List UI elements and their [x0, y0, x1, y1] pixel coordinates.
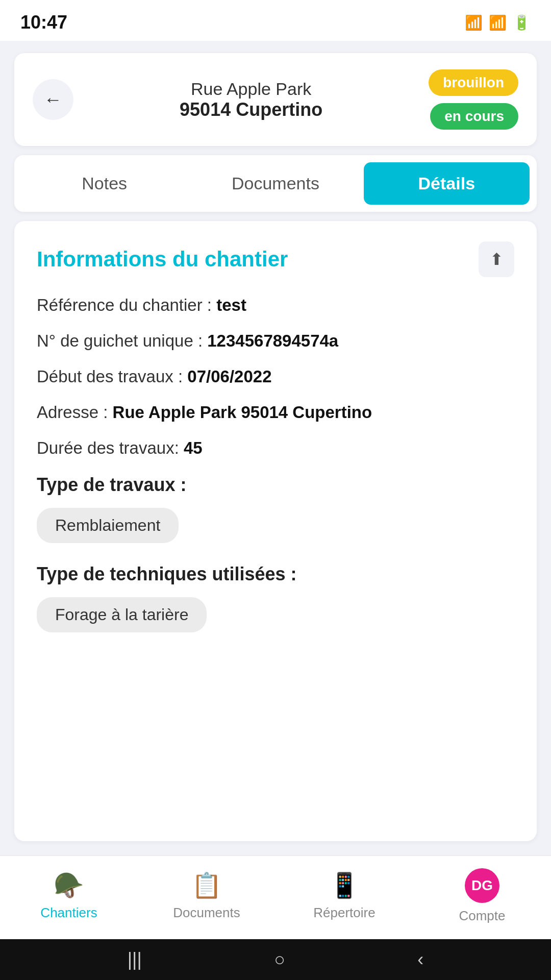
repertoire-label: Répertoire	[313, 905, 375, 921]
documents-label: Documents	[173, 905, 240, 921]
bottom-nav: 🪖 Chantiers 📋 Documents 📱 Répertoire DG …	[0, 855, 551, 939]
tab-bar: Notes Documents Détails	[14, 155, 537, 212]
battery-icon: 🔋	[513, 14, 531, 31]
android-bar: ||| ○ ‹	[0, 939, 551, 980]
tab-notes[interactable]: Notes	[21, 162, 187, 205]
documents-icon: 📋	[191, 871, 222, 900]
adresse-row: Adresse : Rue Apple Park 95014 Cupertino	[37, 403, 514, 422]
badge-en-cours: en cours	[430, 103, 518, 130]
type-techniques-title: Type de techniques utilisées :	[37, 564, 514, 585]
type-techniques-chip-container: Forage à la tarière	[37, 597, 514, 648]
adresse-value: Rue Apple Park 95014 Cupertino	[113, 403, 372, 422]
reference-label: Référence du chantier :	[37, 296, 212, 314]
duree-label: Durée des travaux:	[37, 438, 179, 457]
back-button[interactable]: ←	[33, 79, 73, 120]
reference-row: Référence du chantier : test	[37, 296, 514, 315]
repertoire-icon: 📱	[329, 871, 360, 900]
avatar: DG	[465, 868, 499, 903]
share-button[interactable]: ⬆	[479, 241, 514, 277]
debut-label: Début des travaux :	[37, 367, 183, 386]
chantiers-label: Chantiers	[40, 905, 97, 921]
status-bar: 10:47 📶 📶 🔋	[0, 0, 551, 41]
header-street: Rue Apple Park	[84, 79, 418, 99]
section-header: Informations du chantier ⬆	[37, 241, 514, 277]
guichet-label: N° de guichet unique :	[37, 331, 203, 350]
type-travaux-chip: Remblaiement	[37, 508, 179, 543]
content-card: Informations du chantier ⬆ Référence du …	[14, 221, 537, 841]
header-address: Rue Apple Park 95014 Cupertino	[84, 79, 418, 120]
header-badges: brouillon en cours	[429, 69, 518, 130]
nav-documents[interactable]: 📋 Documents	[138, 871, 276, 921]
nav-compte[interactable]: DG Compte	[413, 868, 551, 924]
reference-value: test	[216, 296, 246, 314]
android-home-button[interactable]: ○	[274, 949, 285, 970]
signal-icon: 📶	[489, 14, 507, 31]
debut-row: Début des travaux : 07/06/2022	[37, 367, 514, 386]
tab-documents[interactable]: Documents	[192, 162, 358, 205]
share-icon: ⬆	[490, 250, 504, 269]
debut-value: 07/06/2022	[187, 367, 271, 386]
android-back-button[interactable]: ‹	[417, 949, 423, 970]
guichet-value: 1234567894574a	[207, 331, 338, 350]
section-title: Informations du chantier	[37, 247, 288, 272]
badge-brouillon: brouillon	[429, 69, 518, 96]
android-recent-button[interactable]: |||	[128, 949, 142, 970]
status-time: 10:47	[20, 12, 67, 33]
header-city: 95014 Cupertino	[84, 99, 418, 120]
nav-repertoire[interactable]: 📱 Répertoire	[276, 871, 413, 921]
wifi-icon: 📶	[465, 14, 483, 31]
status-icons: 📶 📶 🔋	[465, 14, 531, 31]
adresse-label: Adresse :	[37, 403, 108, 422]
type-travaux-chip-container: Remblaiement	[37, 508, 514, 558]
tab-details[interactable]: Détails	[364, 162, 530, 205]
duree-row: Durée des travaux: 45	[37, 438, 514, 458]
header-card: ← Rue Apple Park 95014 Cupertino brouill…	[14, 53, 537, 146]
chantiers-icon: 🪖	[54, 871, 84, 900]
nav-chantiers[interactable]: 🪖 Chantiers	[0, 871, 138, 921]
guichet-row: N° de guichet unique : 1234567894574a	[37, 331, 514, 351]
type-travaux-title: Type de travaux :	[37, 474, 514, 496]
type-techniques-chip: Forage à la tarière	[37, 597, 207, 632]
compte-label: Compte	[459, 908, 505, 924]
duree-value: 45	[184, 438, 203, 457]
